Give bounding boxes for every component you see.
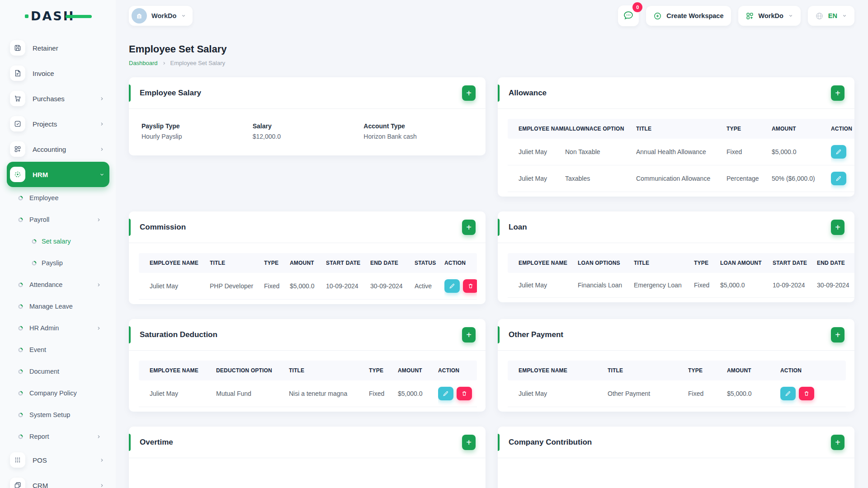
sidebar-item-label: Report (29, 433, 49, 440)
app-root: DASH Retainer Invoice Pur (0, 0, 868, 488)
add-company-contribution-button[interactable]: + (831, 435, 844, 450)
bullet-icon (18, 282, 23, 287)
column-header: LOAN OPTIONS (578, 253, 634, 273)
column-header: TITLE (636, 119, 726, 139)
add-other-payment-button[interactable]: + (831, 327, 844, 343)
sidebar-item-hr-admin[interactable]: HR Admin (7, 317, 109, 339)
sidebar-item-system-setup[interactable]: System Setup (7, 404, 109, 426)
table-header-row: EMPLOYEE NAME TITLE TYPE AMOUNT ACTION (508, 361, 846, 380)
sidebar-item-company-policy[interactable]: Company Policy (7, 382, 109, 404)
bullet-icon (18, 434, 23, 439)
sidebar-item-accounting[interactable]: Accounting (7, 136, 109, 162)
breadcrumb-current: Employee Set Salary (170, 60, 225, 66)
cell-loan-amount: $5,000.0 (720, 273, 773, 298)
create-workspace-button[interactable]: Create Workspace (646, 6, 731, 26)
app-switcher-button[interactable]: WorkDo (738, 6, 801, 26)
commission-table: EMPLOYEE NAME TITLE TYPE AMOUNT START DA… (139, 253, 477, 300)
sidebar-item-payroll[interactable]: Payroll (7, 209, 109, 230)
add-commission-button[interactable]: + (462, 220, 476, 235)
invoice-file-icon (10, 66, 25, 81)
column-header: ALLOWNACE OPTION (565, 119, 636, 139)
add-deduction-button[interactable]: + (462, 327, 476, 343)
column-header: TITLE (210, 253, 264, 273)
column-header: TITLE (634, 253, 694, 273)
sidebar-item-label: Employee (29, 194, 58, 202)
sidebar-item-purchases[interactable]: Purchases (7, 86, 109, 111)
add-allowance-button[interactable]: + (831, 85, 844, 101)
sidebar-item-pos[interactable]: POS (7, 447, 109, 473)
sidebar-item-label: Event (29, 346, 46, 353)
field-value: Horizon Bank cash (363, 133, 475, 140)
card-header: Allowance + (498, 77, 854, 109)
chevron-right-icon (162, 61, 166, 66)
cell-employee-name: Juliet May (508, 139, 565, 165)
cell-allowance-option: Non Taxable (565, 139, 636, 165)
other-payment-table: EMPLOYEE NAME TITLE TYPE AMOUNT ACTION J… (508, 361, 846, 407)
sidebar-item-manage-leave[interactable]: Manage Leave (7, 296, 109, 317)
page-content: Employee Set Salary Dashboard Employee S… (116, 32, 868, 488)
column-header: EMPLOYEE NAME (508, 361, 608, 380)
messages-button[interactable]: 0 (618, 5, 639, 26)
sidebar-item-attendance[interactable]: Attendance (7, 274, 109, 296)
cell-allowance-option: Taxables (565, 165, 636, 192)
sidebar-item-label: Invoice (33, 70, 105, 77)
sidebar-item-document[interactable]: Document (7, 361, 109, 382)
workspace-avatar-building-icon (132, 8, 147, 23)
workspace-name: WorkDo (151, 12, 176, 19)
column-header: TITLE (608, 361, 688, 380)
breadcrumb-dashboard-link[interactable]: Dashboard (129, 60, 158, 66)
sidebar-item-set-salary[interactable]: Set salary (7, 230, 109, 252)
card-title: Company Contribution (509, 438, 592, 447)
field-label: Account Type (363, 122, 475, 130)
field-value: Hourly Payslip (142, 133, 253, 140)
app-switcher-label: WorkDo (759, 12, 783, 19)
sidebar: DASH Retainer Invoice Pur (0, 0, 116, 488)
sidebar-item-event[interactable]: Event (7, 339, 109, 361)
edit-button[interactable] (438, 387, 453, 400)
column-header: START DATE (773, 253, 817, 273)
column-header: END DATE (370, 253, 415, 273)
add-overtime-button[interactable]: + (462, 435, 476, 450)
sidebar-item-invoice[interactable]: Invoice (7, 61, 109, 86)
sidebar-item-hrm[interactable]: HRM (7, 162, 109, 187)
sidebar-item-payslip[interactable]: Payslip (7, 252, 109, 274)
chevron-right-icon (99, 457, 105, 463)
plus-circle-icon (653, 12, 662, 20)
card-title: Overtime (140, 438, 173, 447)
edit-button[interactable] (831, 172, 846, 185)
edit-button[interactable] (780, 387, 796, 400)
chevron-right-icon (99, 146, 105, 152)
sidebar-item-report[interactable]: Report (7, 426, 109, 447)
edit-button[interactable] (444, 279, 460, 293)
delete-button[interactable] (799, 387, 814, 400)
table-row: Juliet May Financials Loan Emergency Loa… (508, 273, 854, 298)
brand-logo[interactable]: DASH (0, 0, 116, 32)
workspace-selector[interactable]: WorkDo (129, 6, 193, 26)
table-container: EMPLOYEE NAME TITLE TYPE AMOUNT ACTION J… (498, 351, 854, 412)
sidebar-item-crm[interactable]: CRM (7, 473, 109, 488)
table-header-row: EMPLOYEE NAME TITLE TYPE AMOUNT START DA… (139, 253, 477, 273)
language-button[interactable]: EN (808, 6, 854, 26)
sidebar-item-projects[interactable]: Projects (7, 111, 109, 136)
add-salary-button[interactable]: + (462, 85, 476, 101)
table-row: Juliet May Other Payment Fixed $5,000.0 (508, 380, 846, 407)
table-header-row: EMPLOYEE NAME ALLOWNACE OPTION TITLE TYP… (508, 119, 854, 139)
column-header: TYPE (688, 361, 727, 380)
sidebar-nav: Retainer Invoice Purchases Projects (0, 32, 116, 488)
cell-title: Nisi a tenetur magna (289, 380, 369, 407)
field-label: Salary (253, 122, 364, 130)
cell-type: Fixed (264, 273, 290, 300)
bullet-icon (32, 261, 37, 266)
edit-button[interactable] (831, 145, 846, 159)
sidebar-item-employee[interactable]: Employee (7, 187, 109, 209)
delete-button[interactable] (463, 279, 477, 293)
chat-bubble-icon (623, 10, 634, 22)
column-header: EMPLOYEE NAME (508, 253, 578, 273)
floppy-disk-icon (10, 40, 25, 56)
card-header: Overtime + (129, 427, 486, 458)
sidebar-item-retainer[interactable]: Retainer (7, 35, 109, 61)
sidebar-item-label: Retainer (33, 44, 105, 52)
add-loan-button[interactable]: + (831, 220, 844, 235)
column-header: TYPE (726, 119, 772, 139)
delete-button[interactable] (457, 387, 472, 400)
